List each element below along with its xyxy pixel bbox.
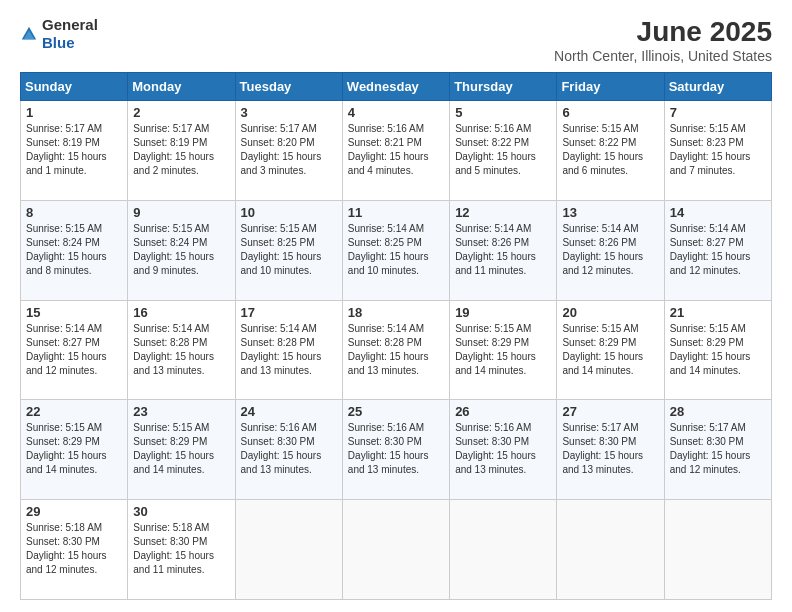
calendar-cell: 30Sunrise: 5:18 AM Sunset: 8:30 PM Dayli…	[128, 500, 235, 600]
day-number: 30	[133, 504, 229, 519]
day-number: 8	[26, 205, 122, 220]
day-info: Sunrise: 5:14 AM Sunset: 8:28 PM Dayligh…	[348, 322, 444, 378]
day-info: Sunrise: 5:14 AM Sunset: 8:25 PM Dayligh…	[348, 222, 444, 278]
calendar-cell: 23Sunrise: 5:15 AM Sunset: 8:29 PM Dayli…	[128, 400, 235, 500]
subtitle: North Center, Illinois, United States	[554, 48, 772, 64]
calendar-cell	[342, 500, 449, 600]
day-header-saturday: Saturday	[664, 73, 771, 101]
day-number: 17	[241, 305, 337, 320]
page: General Blue June 2025 North Center, Ill…	[0, 0, 792, 612]
day-number: 21	[670, 305, 766, 320]
logo-general: General	[42, 16, 98, 33]
day-info: Sunrise: 5:17 AM Sunset: 8:30 PM Dayligh…	[562, 421, 658, 477]
day-number: 20	[562, 305, 658, 320]
day-header-wednesday: Wednesday	[342, 73, 449, 101]
calendar-cell: 11Sunrise: 5:14 AM Sunset: 8:25 PM Dayli…	[342, 200, 449, 300]
day-number: 10	[241, 205, 337, 220]
day-header-thursday: Thursday	[450, 73, 557, 101]
calendar-cell	[450, 500, 557, 600]
day-info: Sunrise: 5:15 AM Sunset: 8:29 PM Dayligh…	[455, 322, 551, 378]
day-number: 13	[562, 205, 658, 220]
calendar-cell: 26Sunrise: 5:16 AM Sunset: 8:30 PM Dayli…	[450, 400, 557, 500]
calendar-week-1: 1Sunrise: 5:17 AM Sunset: 8:19 PM Daylig…	[21, 101, 772, 201]
calendar-cell: 15Sunrise: 5:14 AM Sunset: 8:27 PM Dayli…	[21, 300, 128, 400]
title-block: June 2025 North Center, Illinois, United…	[554, 16, 772, 64]
day-info: Sunrise: 5:15 AM Sunset: 8:25 PM Dayligh…	[241, 222, 337, 278]
day-number: 2	[133, 105, 229, 120]
calendar-cell: 3Sunrise: 5:17 AM Sunset: 8:20 PM Daylig…	[235, 101, 342, 201]
day-info: Sunrise: 5:14 AM Sunset: 8:28 PM Dayligh…	[241, 322, 337, 378]
calendar-cell: 29Sunrise: 5:18 AM Sunset: 8:30 PM Dayli…	[21, 500, 128, 600]
calendar-cell	[235, 500, 342, 600]
day-info: Sunrise: 5:15 AM Sunset: 8:24 PM Dayligh…	[26, 222, 122, 278]
day-number: 5	[455, 105, 551, 120]
calendar-cell: 14Sunrise: 5:14 AM Sunset: 8:27 PM Dayli…	[664, 200, 771, 300]
calendar-cell: 21Sunrise: 5:15 AM Sunset: 8:29 PM Dayli…	[664, 300, 771, 400]
day-info: Sunrise: 5:14 AM Sunset: 8:28 PM Dayligh…	[133, 322, 229, 378]
day-info: Sunrise: 5:15 AM Sunset: 8:29 PM Dayligh…	[670, 322, 766, 378]
calendar-cell: 25Sunrise: 5:16 AM Sunset: 8:30 PM Dayli…	[342, 400, 449, 500]
day-header-monday: Monday	[128, 73, 235, 101]
calendar-cell: 22Sunrise: 5:15 AM Sunset: 8:29 PM Dayli…	[21, 400, 128, 500]
calendar-cell: 18Sunrise: 5:14 AM Sunset: 8:28 PM Dayli…	[342, 300, 449, 400]
day-info: Sunrise: 5:17 AM Sunset: 8:20 PM Dayligh…	[241, 122, 337, 178]
calendar-cell: 6Sunrise: 5:15 AM Sunset: 8:22 PM Daylig…	[557, 101, 664, 201]
calendar-cell: 1Sunrise: 5:17 AM Sunset: 8:19 PM Daylig…	[21, 101, 128, 201]
day-info: Sunrise: 5:15 AM Sunset: 8:29 PM Dayligh…	[26, 421, 122, 477]
day-info: Sunrise: 5:18 AM Sunset: 8:30 PM Dayligh…	[26, 521, 122, 577]
calendar-cell: 8Sunrise: 5:15 AM Sunset: 8:24 PM Daylig…	[21, 200, 128, 300]
day-info: Sunrise: 5:17 AM Sunset: 8:19 PM Dayligh…	[26, 122, 122, 178]
day-number: 12	[455, 205, 551, 220]
calendar-cell: 16Sunrise: 5:14 AM Sunset: 8:28 PM Dayli…	[128, 300, 235, 400]
day-number: 4	[348, 105, 444, 120]
day-info: Sunrise: 5:14 AM Sunset: 8:26 PM Dayligh…	[455, 222, 551, 278]
day-info: Sunrise: 5:16 AM Sunset: 8:21 PM Dayligh…	[348, 122, 444, 178]
day-number: 23	[133, 404, 229, 419]
day-info: Sunrise: 5:15 AM Sunset: 8:22 PM Dayligh…	[562, 122, 658, 178]
day-info: Sunrise: 5:14 AM Sunset: 8:27 PM Dayligh…	[26, 322, 122, 378]
logo: General Blue	[20, 16, 98, 52]
day-info: Sunrise: 5:14 AM Sunset: 8:27 PM Dayligh…	[670, 222, 766, 278]
calendar-cell: 7Sunrise: 5:15 AM Sunset: 8:23 PM Daylig…	[664, 101, 771, 201]
day-number: 18	[348, 305, 444, 320]
main-title: June 2025	[554, 16, 772, 48]
day-number: 19	[455, 305, 551, 320]
day-number: 15	[26, 305, 122, 320]
calendar-cell: 10Sunrise: 5:15 AM Sunset: 8:25 PM Dayli…	[235, 200, 342, 300]
calendar-cell: 24Sunrise: 5:16 AM Sunset: 8:30 PM Dayli…	[235, 400, 342, 500]
day-number: 28	[670, 404, 766, 419]
calendar-cell: 12Sunrise: 5:14 AM Sunset: 8:26 PM Dayli…	[450, 200, 557, 300]
day-number: 1	[26, 105, 122, 120]
day-info: Sunrise: 5:15 AM Sunset: 8:29 PM Dayligh…	[562, 322, 658, 378]
day-number: 3	[241, 105, 337, 120]
day-info: Sunrise: 5:17 AM Sunset: 8:30 PM Dayligh…	[670, 421, 766, 477]
calendar-cell: 17Sunrise: 5:14 AM Sunset: 8:28 PM Dayli…	[235, 300, 342, 400]
day-info: Sunrise: 5:15 AM Sunset: 8:23 PM Dayligh…	[670, 122, 766, 178]
logo-text: General Blue	[42, 16, 98, 52]
calendar-week-4: 22Sunrise: 5:15 AM Sunset: 8:29 PM Dayli…	[21, 400, 772, 500]
day-info: Sunrise: 5:16 AM Sunset: 8:30 PM Dayligh…	[241, 421, 337, 477]
logo-icon	[20, 25, 38, 43]
logo-blue: Blue	[42, 34, 75, 51]
day-number: 7	[670, 105, 766, 120]
calendar-header-row: SundayMondayTuesdayWednesdayThursdayFrid…	[21, 73, 772, 101]
day-info: Sunrise: 5:15 AM Sunset: 8:24 PM Dayligh…	[133, 222, 229, 278]
calendar-cell: 28Sunrise: 5:17 AM Sunset: 8:30 PM Dayli…	[664, 400, 771, 500]
day-header-tuesday: Tuesday	[235, 73, 342, 101]
day-info: Sunrise: 5:16 AM Sunset: 8:22 PM Dayligh…	[455, 122, 551, 178]
header: General Blue June 2025 North Center, Ill…	[20, 16, 772, 64]
calendar-cell: 19Sunrise: 5:15 AM Sunset: 8:29 PM Dayli…	[450, 300, 557, 400]
day-number: 27	[562, 404, 658, 419]
calendar-week-3: 15Sunrise: 5:14 AM Sunset: 8:27 PM Dayli…	[21, 300, 772, 400]
calendar-cell	[557, 500, 664, 600]
day-number: 16	[133, 305, 229, 320]
day-number: 22	[26, 404, 122, 419]
calendar-week-2: 8Sunrise: 5:15 AM Sunset: 8:24 PM Daylig…	[21, 200, 772, 300]
calendar-table: SundayMondayTuesdayWednesdayThursdayFrid…	[20, 72, 772, 600]
day-header-friday: Friday	[557, 73, 664, 101]
day-info: Sunrise: 5:17 AM Sunset: 8:19 PM Dayligh…	[133, 122, 229, 178]
calendar-cell: 20Sunrise: 5:15 AM Sunset: 8:29 PM Dayli…	[557, 300, 664, 400]
day-header-sunday: Sunday	[21, 73, 128, 101]
calendar-cell: 27Sunrise: 5:17 AM Sunset: 8:30 PM Dayli…	[557, 400, 664, 500]
day-info: Sunrise: 5:16 AM Sunset: 8:30 PM Dayligh…	[455, 421, 551, 477]
